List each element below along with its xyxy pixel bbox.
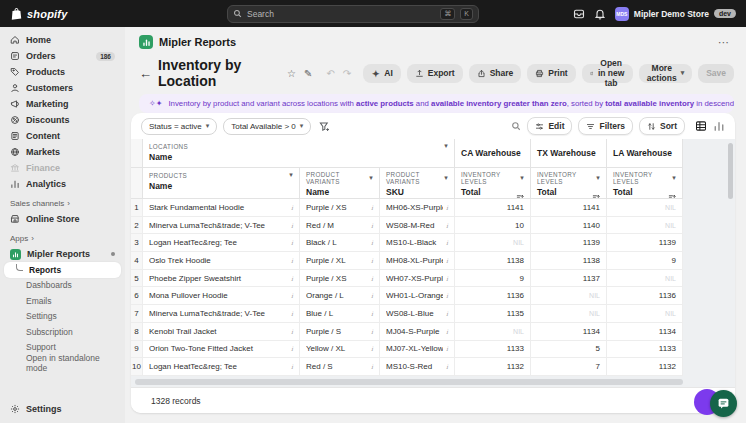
table-search-icon[interactable] [511,121,521,131]
inventory-value-cell[interactable]: 9 [607,252,683,270]
variant-name-cell[interactable]: Purple / XLi [300,252,380,270]
shopify-logo[interactable]: shopify [10,7,160,20]
location-header[interactable]: TX Warehouse [531,139,607,168]
info-icon[interactable]: i [368,292,373,299]
inventory-value-cell[interactable]: NIL [531,287,607,305]
inventory-value-cell[interactable]: 1134 [607,323,683,341]
inventory-value-cell[interactable]: 1138 [531,252,607,270]
sidebar-item-settings[interactable]: Settings [4,401,121,417]
share-button[interactable]: Share [469,64,522,83]
inventory-value-cell[interactable]: 7 [531,358,607,376]
redo-icon[interactable]: ↷ [343,68,351,79]
variant-name-cell[interactable]: Yellow / XLi [300,341,380,359]
variant-name-cell[interactable]: Purple / XSi [300,270,380,288]
sku-cell[interactable]: MH08-XL-Purplei [380,252,455,270]
inventory-value-cell[interactable]: NIL [607,270,683,288]
table-row[interactable]: 8Kenobi Trail JacketiPurple / SiMJ04-S-P… [131,323,683,341]
product-name-cell[interactable]: Minerva LumaTech&trade; V-Teei [143,217,300,235]
sort-button[interactable]: Sort [639,117,685,135]
inventory-value-cell[interactable]: 1139 [607,234,683,252]
column-header-sku[interactable]: PRODUCT VARIANTS▾SKU [380,168,455,199]
sku-cell[interactable]: MS10-L-Blacki [380,234,455,252]
inventory-value-cell[interactable]: NIL [531,305,607,323]
sidebar-item-products[interactable]: Products [4,64,121,80]
sidebar-item-marketing[interactable]: Marketing [4,96,121,112]
variant-name-cell[interactable]: Black / Li [300,234,380,252]
info-icon[interactable]: i [443,204,448,211]
table-row[interactable]: 4Oslo Trek HoodieiPurple / XLiMH08-XL-Pu… [131,252,683,270]
product-name-cell[interactable]: Phoebe Zipper Sweatshirti [143,270,300,288]
overflow-menu-icon[interactable]: ⋯ [718,36,732,49]
product-name-cell[interactable]: Stark Fundamental Hoodiei [143,199,300,217]
apps-header[interactable]: Apps › [4,231,121,246]
info-icon[interactable]: i [368,257,373,264]
inbox-icon[interactable] [573,8,585,20]
global-search-input[interactable]: Search ⌘ K [227,5,479,23]
product-name-cell[interactable]: Oslo Trek Hoodiei [143,252,300,270]
info-icon[interactable]: i [288,310,293,317]
edit-button[interactable]: Edit [527,117,572,135]
info-icon[interactable]: i [368,222,373,229]
info-icon[interactable]: i [288,345,293,352]
info-icon[interactable]: i [288,363,293,370]
info-icon[interactable]: i [368,345,373,352]
inventory-value-cell[interactable]: NIL [607,305,683,323]
table-row[interactable]: 5Phoebe Zipper SweatshirtiPurple / XSiWH… [131,270,683,288]
info-icon[interactable]: i [368,204,373,211]
sidebar-item-discounts[interactable]: Discounts [4,112,121,128]
table-row[interactable]: 3Logan HeatTec&reg; TeeiBlack / LiMS10-L… [131,234,683,252]
info-icon[interactable]: i [368,363,373,370]
inventory-value-cell[interactable]: 1133 [607,341,683,359]
horizontal-scrollbar[interactable] [135,379,683,385]
product-name-cell[interactable]: Logan HeatTec&reg; Teei [143,234,300,252]
open-in-new-tab-button[interactable]: Open in new tab [582,64,633,83]
inventory-value-cell[interactable]: 1136 [607,287,683,305]
info-icon[interactable]: i [288,275,293,282]
sku-cell[interactable]: MH06-XS-Purplei [380,199,455,217]
info-icon[interactable]: i [368,275,373,282]
inventory-value-cell[interactable]: 1132 [607,358,683,376]
variant-name-cell[interactable]: Blue / Li [300,305,380,323]
inventory-value-cell[interactable]: 1137 [531,270,607,288]
sidebar-item-customers[interactable]: Customers [4,80,121,96]
undo-icon[interactable]: ↶ [326,68,334,79]
info-icon[interactable]: i [443,328,448,335]
table-row[interactable]: 1Stark Fundamental HoodieiPurple / XSiMH… [131,199,683,217]
info-icon[interactable]: i [288,204,293,211]
info-icon[interactable]: i [288,239,293,246]
inventory-value-cell[interactable]: NIL [455,234,531,252]
chart-view-toggle-icon[interactable] [713,120,725,132]
column-header-name[interactable]: PRODUCTS▾Name [143,168,300,199]
favorite-star-icon[interactable]: ☆ [287,68,296,79]
notifications-bell-icon[interactable] [594,8,606,20]
info-icon[interactable]: i [288,257,293,264]
more-actions-button[interactable]: More actions▾ [639,64,692,83]
info-icon[interactable]: i [443,292,448,299]
info-icon[interactable]: i [443,222,448,229]
inventory-value-cell[interactable]: 1136 [455,287,531,305]
filter-chip[interactable]: Status = active▾ [141,118,217,135]
info-icon[interactable]: i [288,222,293,229]
chat-launcher-button[interactable] [710,390,737,417]
inventory-value-cell[interactable]: NIL [455,323,531,341]
sku-cell[interactable]: WS08-M-Redi [380,217,455,235]
vertical-scrollbar[interactable] [728,143,733,199]
table-row[interactable]: 9Orion Two-Tone Fitted JacketiYellow / X… [131,341,683,359]
variant-name-cell[interactable]: Purple / XSi [300,199,380,217]
filter-chip[interactable]: Total Available > 0▾ [223,118,311,135]
sidebar-item-markets[interactable]: Markets [4,144,121,160]
column-header-name[interactable]: PRODUCT VARIANTS▾Name [300,168,380,199]
location-header[interactable]: CA Warehouse [455,139,531,168]
info-icon[interactable]: i [288,328,293,335]
table-view-toggle-icon[interactable] [695,120,707,132]
variant-name-cell[interactable]: Red / Mi [300,217,380,235]
info-icon[interactable]: i [443,345,448,352]
product-name-cell[interactable]: Logan HeatTec&reg; Teei [143,358,300,376]
export-button[interactable]: Export [407,64,463,83]
sidebar-item-finance[interactable]: Finance [4,160,121,176]
variant-name-cell[interactable]: Purple / Si [300,323,380,341]
pin-icon[interactable] [111,252,115,256]
inventory-value-cell[interactable]: NIL [607,199,683,217]
location-header[interactable]: LA Warehouse [607,139,683,168]
sku-cell[interactable]: MJ04-S-Purplei [380,323,455,341]
